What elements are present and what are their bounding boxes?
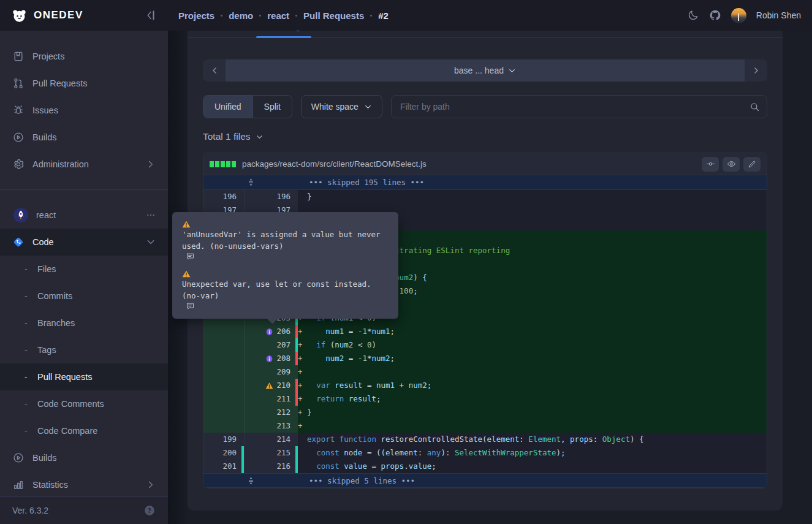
warning-icon[interactable] <box>265 382 273 390</box>
github-icon[interactable] <box>709 9 721 21</box>
expand-lines-icon[interactable] <box>246 476 256 486</box>
sidebar-item-label: Code <box>32 237 54 247</box>
search-button[interactable] <box>742 96 767 118</box>
new-line-number[interactable]: 215 <box>244 446 295 460</box>
breadcrumb-item[interactable]: Pull Requests <box>303 10 364 21</box>
sidebar-item-code-compare[interactable]: -Code Compare <box>0 417 168 444</box>
tab-activities[interactable]: Activities <box>203 31 240 37</box>
new-line-number[interactable]: 213 <box>244 419 295 433</box>
new-line-number[interactable]: 211 <box>244 392 295 406</box>
sidebar-item-code-comments[interactable]: -Code Comments <box>0 390 168 417</box>
sidebar-item-commits[interactable]: -Commits <box>0 283 168 309</box>
sidebar-item-files[interactable]: -Files <box>0 256 168 283</box>
info-icon[interactable] <box>265 355 273 363</box>
sidebar-project-react[interactable]: react <box>0 202 168 229</box>
code-line: + <box>298 419 767 433</box>
tab-code-comments[interactable]: Code Comments <box>327 31 397 37</box>
sidebar-main-nav: ProjectsPull RequestsIssuesBuildsAdminis… <box>0 31 168 178</box>
new-line-number[interactable]: 216 <box>244 460 295 473</box>
code-token: if <box>316 340 325 349</box>
old-line-number[interactable] <box>203 365 241 379</box>
breadcrumb-separator <box>259 15 261 17</box>
dark-mode-moon-icon[interactable] <box>687 9 699 21</box>
old-line-number[interactable] <box>203 379 241 392</box>
breadcrumb-item[interactable]: react <box>267 10 289 21</box>
sidebar-item-label: Projects <box>32 51 64 61</box>
view-commit-button[interactable] <box>702 157 719 172</box>
old-line-number[interactable] <box>203 406 241 419</box>
help-icon[interactable]: ? <box>143 504 156 517</box>
diff-marker: + <box>298 367 307 376</box>
user-name[interactable]: Robin Shen <box>756 10 801 20</box>
sidebar-item-administration[interactable]: Administration <box>0 151 168 178</box>
old-line-number[interactable]: 196 <box>203 190 241 203</box>
code-line: + num2 = -1*num2; <box>298 352 767 365</box>
project-menu-ellipsis-icon[interactable] <box>146 210 156 220</box>
range-selector[interactable]: base ... head <box>226 59 745 82</box>
sidebar-item-tags[interactable]: -Tags <box>0 336 168 363</box>
old-line-number[interactable]: 201 <box>203 460 241 473</box>
split-view-button[interactable]: Split <box>252 96 292 118</box>
unified-view-button[interactable]: Unified <box>203 96 252 118</box>
sidebar-item-builds[interactable]: Builds <box>0 444 168 471</box>
diff-line-row: 208+ num2 = -1*num2; <box>203 352 767 365</box>
new-line-number[interactable]: 207 <box>244 338 295 352</box>
line-number-text: 215 <box>276 446 290 460</box>
sidebar-item-issues[interactable]: Issues <box>0 97 168 124</box>
old-line-number[interactable]: 199 <box>203 433 241 446</box>
commit-range-bar: base ... head <box>203 59 767 82</box>
sidebar-item-projects[interactable]: Projects <box>0 43 168 70</box>
project-name: react <box>36 210 56 220</box>
old-line-number[interactable] <box>203 338 241 352</box>
code-token: value <box>409 461 432 471</box>
add-comment-icon[interactable] <box>182 252 389 261</box>
old-line-number[interactable]: 200 <box>203 446 241 460</box>
view-file-button[interactable] <box>723 157 740 172</box>
new-line-number[interactable]: 196 <box>244 190 295 203</box>
total-files-toggle[interactable]: Total 1 files <box>203 131 767 142</box>
code-line: + <box>298 365 767 379</box>
old-line-number[interactable] <box>203 419 241 433</box>
avatar[interactable] <box>731 8 746 23</box>
new-line-number[interactable]: 206 <box>244 325 295 338</box>
line-number-text: 211 <box>276 392 290 406</box>
whitespace-dropdown[interactable]: White space <box>301 95 382 118</box>
sidebar-divider <box>0 189 168 190</box>
code-token: num2 <box>325 354 344 363</box>
new-line-number[interactable]: 208 <box>244 352 295 365</box>
breadcrumb-item[interactable]: Projects <box>178 10 214 21</box>
commit-icon <box>706 159 715 169</box>
diff-line-row: 213+ <box>203 419 767 433</box>
edit-file-button[interactable] <box>743 157 761 172</box>
code-line: + num1 = -1*num1; <box>298 325 767 338</box>
range-next-button[interactable] <box>745 59 767 82</box>
add-comment-icon[interactable] <box>182 302 389 311</box>
sidebar-item-code[interactable]: Code <box>0 229 168 256</box>
sidebar-item-pull-requests[interactable]: -Pull Requests <box>0 363 168 390</box>
old-line-number[interactable] <box>203 352 241 365</box>
code-token: props <box>570 435 593 444</box>
sidebar-item-builds[interactable]: Builds <box>0 124 168 151</box>
new-line-number[interactable]: 214 <box>244 433 295 446</box>
sidebar-item-branches[interactable]: -Branches <box>0 309 168 336</box>
old-line-number[interactable] <box>203 392 241 406</box>
sidebar-item-pull-requests[interactable]: Pull Requests <box>0 70 168 97</box>
sidebar-item-statistics[interactable]: Statistics <box>0 471 168 498</box>
sidebar-collapse-icon[interactable] <box>143 9 157 22</box>
code-token: num1 <box>376 381 395 390</box>
info-icon[interactable] <box>265 328 273 336</box>
path-filter-input[interactable] <box>392 102 742 112</box>
path-filter <box>391 95 767 118</box>
tab-file-changes[interactable]: File Changes <box>256 31 311 37</box>
new-line-number[interactable]: 210 <box>244 379 295 392</box>
new-line-number[interactable]: 212 <box>244 406 295 419</box>
range-prev-button[interactable] <box>203 59 226 82</box>
expand-lines-icon[interactable] <box>246 177 256 188</box>
new-line-number[interactable]: 209 <box>244 365 295 379</box>
code-token: result <box>344 394 376 403</box>
warning-icon <box>182 220 389 229</box>
breadcrumb-item[interactable]: demo <box>229 10 253 21</box>
sidebar-item-label: Pull Requests <box>37 372 92 382</box>
code-token <box>307 327 325 336</box>
old-line-number[interactable] <box>203 325 241 338</box>
